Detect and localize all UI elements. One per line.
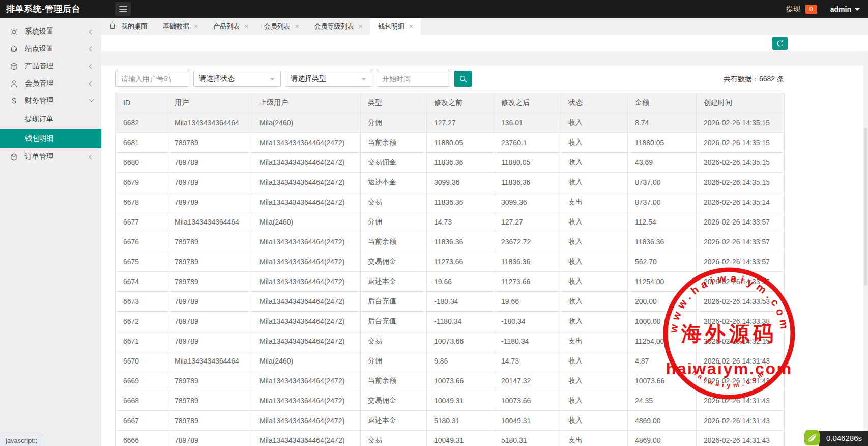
type-select[interactable]: 请选择类型 [285, 71, 372, 87]
table-cell: 6677 [116, 212, 167, 232]
record-count: 共有数据：6682 条 [724, 75, 784, 84]
table-cell: 20147.32 [494, 371, 561, 391]
start-time-input[interactable] [377, 71, 450, 87]
tab-3[interactable]: 会员列表× [256, 18, 306, 35]
vertical-scrollbar-track[interactable] [863, 51, 868, 446]
table-cell: 789789 [167, 252, 252, 272]
table-cell: 2026-02-26 14:33:38 [697, 312, 785, 331]
table-cell: 10073.66 [427, 371, 494, 391]
close-tab-icon[interactable]: × [194, 23, 198, 30]
hamburger-icon [119, 6, 127, 13]
withdraw-count-badge: 0 [805, 5, 817, 14]
filter-bar: 请选择状态 请选择类型 共有数据：6682 条 [115, 71, 784, 87]
table-cell: Mila1343434364464(2472) [252, 312, 361, 331]
table-cell: 2026-02-26 14:31:43 [697, 391, 785, 411]
table-cell: 6682 [116, 113, 167, 133]
sidebar-menu: 系统设置站点设置产品管理会员管理财务管理提现订单钱包明细订单管理 [0, 18, 101, 165]
table-cell: 交易 [361, 192, 427, 212]
table-cell: 6676 [116, 232, 167, 252]
sidebar-item-label: 系统设置 [25, 27, 90, 36]
table-cell: 23672.72 [494, 232, 561, 252]
table-cell: 交易 [361, 431, 427, 446]
table-cell: 2026-02-26 14:33:57 [697, 232, 785, 252]
sidebar-item[interactable]: 财务管理 [0, 92, 101, 109]
table-cell: 789789 [167, 331, 252, 351]
table-cell: 11836.36 [427, 192, 494, 212]
sidebar-item[interactable]: 订单管理 [0, 148, 101, 165]
sidebar-subitem[interactable]: 钱包明细 [0, 129, 101, 148]
table-cell: Mila1343434364464(2472) [252, 391, 361, 411]
table-cell: 6671 [116, 331, 167, 351]
table-row[interactable]: 6668789789Mila1343434364464(2472)交易佣金100… [116, 391, 785, 411]
table-cell: 2026-02-26 14:33:57 [697, 252, 785, 272]
table-cell: Mila1343434364464(2472) [252, 252, 361, 272]
table-row[interactable]: 6681789789Mila1343434364464(2472)当前余额118… [116, 133, 785, 153]
sidebar-subitem[interactable]: 提现订单 [0, 109, 101, 129]
table-row[interactable]: 6671789789Mila1343434364464(2472)交易10073… [116, 331, 785, 351]
table-cell: 收入 [561, 113, 628, 133]
vertical-scrollbar-thumb[interactable] [864, 128, 867, 286]
close-tab-icon[interactable]: × [359, 23, 363, 30]
search-button[interactable] [454, 71, 472, 87]
table-cell: 分佣 [361, 113, 427, 133]
user-number-input[interactable] [115, 71, 189, 87]
refresh-button[interactable] [772, 37, 788, 50]
table-row[interactable]: 6669789789Mila1343434364464(2472)当前余额100… [116, 371, 785, 391]
table-row[interactable]: 6673789789Mila1343434364464(2472)后台充值-18… [116, 292, 785, 312]
close-tab-icon[interactable]: × [409, 23, 413, 30]
table-row[interactable]: 6680789789Mila1343434364464(2472)交易佣金118… [116, 153, 785, 173]
withdraw-label: 提现 [787, 5, 801, 14]
tab-1[interactable]: 基础数据× [155, 18, 206, 35]
table-cell: 19.66 [494, 292, 561, 312]
table-row[interactable]: 6667789789Mila1343434364464(2472)返还本金518… [116, 411, 785, 431]
withdraw-link[interactable]: 提现 0 [787, 5, 817, 14]
table-row[interactable]: 6675789789Mila1343434364464(2472)交易佣金112… [116, 252, 785, 272]
tab-bar: 我的桌面基础数据×产品列表×会员列表×会员等级列表×钱包明细× [101, 18, 868, 35]
table-cell: 收入 [561, 173, 628, 192]
column-header: 修改之后 [494, 93, 561, 113]
table-row[interactable]: 6670Mila1343434364464Mila(2460)分佣9.8614.… [116, 351, 785, 371]
table-cell: 收入 [561, 272, 628, 292]
sidebar-item[interactable]: 系统设置 [0, 23, 101, 40]
table-cell: 127.27 [494, 212, 561, 232]
close-tab-icon[interactable]: × [295, 23, 299, 30]
sidebar-item[interactable]: 产品管理 [0, 58, 101, 75]
table-cell: 收入 [561, 391, 628, 411]
table-cell: 789789 [167, 133, 252, 153]
table-row[interactable]: 6682Mila1343434364464Mila(2460)分佣127.271… [116, 113, 785, 133]
table-cell: 562.70 [628, 252, 697, 272]
table-cell: 11836.36 [427, 153, 494, 173]
tab-4[interactable]: 会员等级列表× [307, 18, 370, 35]
table-row[interactable]: 6666789789Mila1343434364464(2472)交易10049… [116, 431, 785, 446]
table-cell: Mila(2460) [252, 113, 361, 133]
table-cell: Mila1343434364464 [167, 351, 252, 371]
table-cell: 1000.00 [628, 312, 697, 331]
sidebar-item[interactable]: 站点设置 [0, 40, 101, 58]
table-cell: 2026-02-26 14:31:43 [697, 371, 785, 391]
sidebar-item[interactable]: 会员管理 [0, 75, 101, 92]
table-cell: 收入 [561, 252, 628, 272]
table-cell: 2026-02-26 14:35:15 [697, 113, 785, 133]
tab-5[interactable]: 钱包明细× [370, 18, 421, 35]
menu-toggle-button[interactable] [115, 2, 131, 16]
table-cell: 收入 [561, 312, 628, 331]
table-row[interactable]: 6678789789Mila1343434364464(2472)交易11836… [116, 192, 785, 212]
table-cell: 2026-02-26 14:33:53 [697, 292, 785, 312]
table-row[interactable]: 6679789789Mila1343434364464(2472)返还本金309… [116, 173, 785, 192]
table-cell: 当前余额 [361, 133, 427, 153]
tab-2[interactable]: 产品列表× [206, 18, 256, 35]
table-cell: Mila1343434364464(2472) [252, 192, 361, 212]
table-cell: 8.74 [628, 113, 697, 133]
table-row[interactable]: 6672789789Mila1343434364464(2472)后台充值-11… [116, 312, 785, 331]
table-cell: Mila1343434364464(2472) [252, 232, 361, 252]
table-row[interactable]: 6677Mila1343434364464Mila(2460)分佣14.7312… [116, 212, 785, 232]
table-row[interactable]: 6674789789Mila1343434364464(2472)返还本金19.… [116, 272, 785, 292]
tab-desktop[interactable]: 我的桌面 [101, 18, 155, 35]
finance-icon [10, 97, 18, 105]
table-row[interactable]: 6676789789Mila1343434364464(2472)当前余额118… [116, 232, 785, 252]
user-menu[interactable]: admin [830, 5, 860, 13]
table-cell: 收入 [561, 292, 628, 312]
table-cell: 6670 [116, 351, 167, 371]
close-tab-icon[interactable]: × [244, 23, 248, 30]
status-select[interactable]: 请选择状态 [193, 71, 281, 87]
